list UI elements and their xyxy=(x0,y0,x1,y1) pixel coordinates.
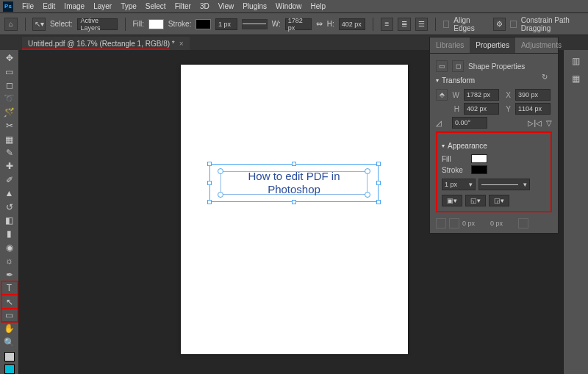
artboard-tool[interactable]: ▭ xyxy=(1,65,18,78)
zoom-tool[interactable]: 🔍 xyxy=(1,336,18,349)
wand-tool[interactable]: 🪄 xyxy=(1,106,18,119)
prop-y[interactable]: 1104 px xyxy=(515,103,551,115)
home-button[interactable]: ⌂ xyxy=(4,18,18,31)
arrange-icon[interactable]: ≣ xyxy=(398,18,411,31)
handle-mr[interactable] xyxy=(376,181,381,185)
move-tool[interactable]: ✥ xyxy=(1,51,18,65)
fill-label: Fill: xyxy=(132,20,144,28)
radius-tl[interactable]: 0 px xyxy=(462,220,487,227)
toolbox: ✥▭◻➰🪄✂▦✎✚✐▲↺◧▮◉☼✒T↖▭✋🔍 xyxy=(0,50,19,374)
brush-tool[interactable]: ✐ xyxy=(1,173,18,187)
path-tool[interactable]: ↖ xyxy=(1,295,18,308)
panel-tab-adjustments[interactable]: Adjustments xyxy=(515,37,567,53)
panel-tab-libraries[interactable]: Libraries xyxy=(430,37,470,53)
stroke-cap-dd[interactable]: ◱▾ xyxy=(465,195,486,206)
hand-tool[interactable]: ✋ xyxy=(1,322,18,335)
handle-bm[interactable] xyxy=(292,200,296,204)
distribute-icon[interactable]: ☰ xyxy=(415,18,429,31)
menu-window[interactable]: Window xyxy=(271,2,306,10)
eyedropper-tool[interactable]: ✎ xyxy=(1,146,18,159)
select-layers-dropdown[interactable]: Active Layers xyxy=(77,18,118,30)
radius-tl-icon xyxy=(449,218,459,229)
prop-h[interactable]: 402 px xyxy=(464,103,499,115)
gradient-tool[interactable]: ▮ xyxy=(1,227,18,240)
tab-close-icon[interactable]: × xyxy=(179,40,184,48)
radius-link-icon[interactable] xyxy=(436,218,446,229)
menu-view[interactable]: View xyxy=(214,2,239,10)
menu-plugins[interactable]: Plugins xyxy=(238,2,271,10)
handle-tl[interactable] xyxy=(207,162,212,166)
selected-shape[interactable]: How to edit PDF in Photoshop xyxy=(209,164,379,202)
options-bar: ⌂ ↖▾ Select: Active Layers Fill: Stroke:… xyxy=(0,13,588,35)
tool-indicator[interactable]: ↖▾ xyxy=(32,18,46,31)
align-icon[interactable]: ≡ xyxy=(381,18,394,31)
bg-color[interactable] xyxy=(4,364,15,374)
handle-tm[interactable] xyxy=(292,162,296,166)
history-tool[interactable]: ↺ xyxy=(1,200,18,213)
align-edges-checkbox[interactable] xyxy=(443,21,449,28)
histogram-icon[interactable]: ▥ xyxy=(570,56,583,66)
handle-br[interactable] xyxy=(376,200,381,204)
live-shape-icon: ◻ xyxy=(452,60,464,72)
reset-icon[interactable]: ↻ xyxy=(542,73,552,83)
heal-tool[interactable]: ✚ xyxy=(1,159,18,173)
eraser-tool[interactable]: ◧ xyxy=(1,214,18,227)
anchor-br[interactable] xyxy=(365,192,370,198)
stroke-dash-dd[interactable]: ▾ xyxy=(478,179,530,190)
constrain-checkbox[interactable] xyxy=(510,21,516,28)
stroke-corner-dd[interactable]: ◲▾ xyxy=(489,195,509,206)
prop-x[interactable]: 390 px xyxy=(515,89,551,101)
prop-angle[interactable]: 0.00° xyxy=(452,117,487,129)
document-tab[interactable]: Untitled.pdf @ 16.7% (Rectangle 1, RGB/8… xyxy=(22,37,190,50)
prop-w[interactable]: 1782 px xyxy=(464,89,499,101)
h-label: H: xyxy=(327,20,334,28)
stroke-prop-label: Stroke xyxy=(442,166,467,174)
link-wh-icon[interactable]: ⬘ xyxy=(436,89,448,101)
stroke-width-dd[interactable]: 1 px▾ xyxy=(442,179,476,190)
handle-tr[interactable] xyxy=(376,162,381,166)
crop-tool[interactable]: ✂ xyxy=(1,119,18,132)
stroke-swatch[interactable] xyxy=(196,19,211,29)
width-field[interactable]: 1782 px xyxy=(285,18,312,30)
menu-filter[interactable]: Filter xyxy=(171,2,196,10)
blur-tool[interactable]: ◉ xyxy=(1,241,18,254)
flip-v-icon[interactable]: ▽ xyxy=(546,119,552,127)
pen-tool[interactable]: ✒ xyxy=(1,268,18,281)
menu-image[interactable]: Image xyxy=(60,2,89,10)
anchor-tr[interactable] xyxy=(365,168,370,174)
anchor-tl[interactable] xyxy=(218,168,223,174)
layers-icon[interactable]: ▦ xyxy=(570,73,583,84)
handle-ml[interactable] xyxy=(207,181,212,185)
radius-tr[interactable]: 0 px xyxy=(490,220,515,227)
frame-tool[interactable]: ▦ xyxy=(1,132,18,145)
menu-layer[interactable]: Layer xyxy=(89,2,116,10)
menu-select[interactable]: Select xyxy=(141,2,171,10)
stroke-align-dd[interactable]: ▣▾ xyxy=(442,195,462,206)
lasso-tool[interactable]: ➰ xyxy=(1,92,18,105)
stamp-tool[interactable]: ▲ xyxy=(1,187,18,200)
handle-bl[interactable] xyxy=(207,200,212,204)
height-field[interactable]: 402 px xyxy=(339,18,365,30)
dodge-tool[interactable]: ☼ xyxy=(1,254,18,267)
gear-icon[interactable]: ⚙ xyxy=(493,18,506,31)
marquee-tool[interactable]: ◻ xyxy=(1,79,18,92)
menu-type[interactable]: Type xyxy=(116,2,141,10)
appearance-title: Appearance xyxy=(448,142,487,150)
w-label: W: xyxy=(272,20,281,28)
shape-tool[interactable]: ▭ xyxy=(1,309,18,322)
fill-swatch[interactable] xyxy=(148,19,164,29)
flip-h-icon[interactable]: ▷|◁ xyxy=(528,119,542,127)
panel-tab-properties[interactable]: Properties xyxy=(470,37,515,53)
stroke-prop-swatch[interactable] xyxy=(471,165,487,174)
menu-file[interactable]: File xyxy=(18,2,38,10)
menu-3d[interactable]: 3D xyxy=(196,2,214,10)
stroke-width-field[interactable]: 1 px xyxy=(215,18,237,30)
fill-prop-swatch[interactable] xyxy=(471,154,487,163)
menu-edit[interactable]: Edit xyxy=(38,2,60,10)
link-icon[interactable]: ⇔ xyxy=(316,19,323,29)
anchor-bl[interactable] xyxy=(218,192,223,198)
fg-color[interactable] xyxy=(4,352,15,362)
type-tool[interactable]: T xyxy=(1,281,18,295)
menu-help[interactable]: Help xyxy=(306,2,331,10)
stroke-style-dropdown[interactable] xyxy=(242,19,268,29)
